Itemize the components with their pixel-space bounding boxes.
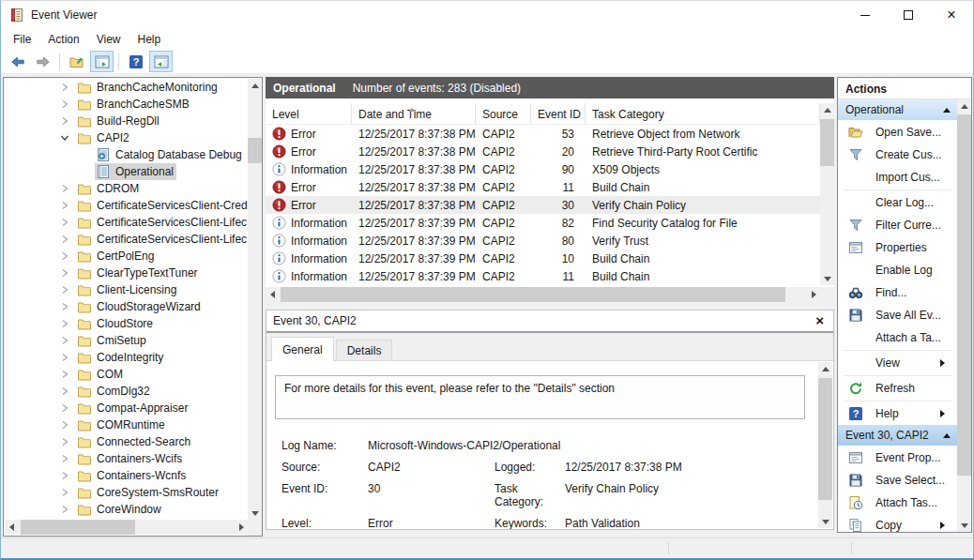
scroll-thumb[interactable] <box>281 287 785 302</box>
chevron-right-icon[interactable] <box>60 217 71 228</box>
actions-vertical-scrollbar[interactable] <box>957 99 971 532</box>
tree-item[interactable]: ComDlg32 <box>4 383 248 400</box>
action-help[interactable]: ?Help <box>838 402 957 425</box>
column-header-date-and-time[interactable]: Date and Time <box>352 103 476 125</box>
tree-item[interactable]: Compat-Appraiser <box>4 400 248 416</box>
tree-item[interactable]: CertPolEng <box>4 248 248 265</box>
chevron-right-icon[interactable] <box>60 504 71 515</box>
action-view[interactable]: View <box>838 352 957 374</box>
scroll-left-button[interactable] <box>5 520 19 534</box>
action-group-header[interactable]: Operational <box>838 99 957 121</box>
chevron-right-icon[interactable] <box>60 487 71 498</box>
preview-close-button[interactable]: × <box>815 315 824 326</box>
action-save-select[interactable]: Save Select... <box>838 469 957 492</box>
chevron-right-icon[interactable] <box>60 115 71 127</box>
event-row[interactable]: Error12/25/2017 8:37:38 PMCAPI211Build C… <box>266 178 820 196</box>
scroll-thumb[interactable] <box>248 138 262 163</box>
chevron-right-icon[interactable] <box>60 470 71 481</box>
event-list-horizontal-scrollbar[interactable] <box>266 287 820 302</box>
chevron-right-icon[interactable] <box>60 82 71 93</box>
maximize-button[interactable] <box>887 1 930 29</box>
event-row[interactable]: Information12/25/2017 8:37:38 PMCAPI290X… <box>266 160 820 178</box>
tree-item[interactable]: Connected-Search <box>4 433 248 450</box>
chevron-right-icon[interactable] <box>60 436 71 447</box>
tree-item[interactable]: CmiSetup <box>4 332 248 349</box>
help-button[interactable]: ? <box>124 51 147 72</box>
chevron-right-icon[interactable] <box>60 419 71 431</box>
chevron-right-icon[interactable] <box>60 250 71 262</box>
column-header-task-category[interactable]: Task Category <box>586 103 820 125</box>
action-create-cus[interactable]: Create Cus... <box>838 144 957 166</box>
chevron-down-icon[interactable] <box>60 132 71 144</box>
scroll-thumb[interactable] <box>21 520 135 535</box>
chevron-right-icon[interactable] <box>60 301 71 312</box>
action-event-prop[interactable]: Event Prop... <box>838 446 957 469</box>
tree-item[interactable]: CAPI2 <box>4 129 248 146</box>
tree-item[interactable]: COM <box>4 366 248 383</box>
action-filter-curre[interactable]: Filter Curre... <box>838 214 957 236</box>
export-folder-button[interactable] <box>65 51 88 72</box>
tab-general[interactable]: General <box>271 337 334 361</box>
scroll-down-button[interactable] <box>957 518 971 532</box>
action-clear-log[interactable]: Clear Log... <box>838 191 957 214</box>
event-row[interactable]: Error12/25/2017 8:37:38 PMCAPI253Retriev… <box>266 125 820 143</box>
event-row[interactable]: Error12/25/2017 8:37:38 PMCAPI220Retriev… <box>266 143 820 160</box>
event-row[interactable]: Information12/25/2017 8:37:39 PMCAPI282F… <box>266 214 820 232</box>
tree-item[interactable]: Build-RegDll <box>4 113 248 129</box>
menu-file[interactable]: File <box>5 30 39 49</box>
close-button[interactable]: × <box>930 1 973 29</box>
menu-help[interactable]: Help <box>129 30 170 49</box>
menu-action[interactable]: Action <box>39 30 87 49</box>
chevron-right-icon[interactable] <box>60 284 71 295</box>
tree-item[interactable]: Client-Licensing <box>4 281 248 298</box>
menu-view[interactable]: View <box>88 30 129 49</box>
action-save-all-ev[interactable]: Save All Ev... <box>838 304 957 326</box>
tree-item[interactable]: Containers-Wcifs <box>4 450 248 467</box>
chevron-right-icon[interactable] <box>60 335 71 346</box>
tree-item[interactable]: ClearTypeTextTuner <box>4 265 248 281</box>
chevron-right-icon[interactable] <box>60 234 71 245</box>
tree-item[interactable]: CloudStore <box>4 315 248 332</box>
scroll-thumb[interactable] <box>818 378 832 500</box>
minimize-button[interactable] <box>844 1 887 29</box>
tab-details[interactable]: Details <box>336 340 393 360</box>
chevron-right-icon[interactable] <box>60 369 71 380</box>
scroll-up-button[interactable] <box>820 103 834 117</box>
tree-item[interactable]: CertificateServicesClient-Cred <box>4 197 248 214</box>
tree-item[interactable]: Operational <box>4 163 248 180</box>
scroll-left-button[interactable] <box>266 287 280 301</box>
event-list-vertical-scrollbar[interactable] <box>820 103 834 285</box>
tree-item[interactable]: CertificateServicesClient-Lifec <box>4 231 248 248</box>
action-find[interactable]: Find... <box>838 281 957 304</box>
action-enable-log[interactable]: Enable Log <box>838 259 957 281</box>
scroll-up-button[interactable] <box>248 79 262 93</box>
action-import-cus[interactable]: Import Cus... <box>838 166 957 189</box>
chevron-right-icon[interactable] <box>60 386 71 397</box>
column-header-source[interactable]: Source <box>476 103 531 125</box>
chevron-right-icon[interactable] <box>60 98 71 110</box>
action-attach-a-ta[interactable]: Attach a Ta... <box>838 326 957 349</box>
tree-item[interactable]: CoreSystem-SmsRouter <box>4 484 248 501</box>
scroll-thumb[interactable] <box>820 119 834 166</box>
tree-item[interactable]: CloudStorageWizard <box>4 298 248 315</box>
tree-item[interactable]: CertificateServicesClient-Lifec <box>4 214 248 231</box>
scroll-up-button[interactable] <box>957 99 971 114</box>
tree-item[interactable]: COMRuntime <box>4 416 248 433</box>
tree-item[interactable]: Containers-Wcnfs <box>4 467 248 484</box>
action-open-save[interactable]: Open Save... <box>838 121 957 144</box>
chevron-right-icon[interactable] <box>60 318 71 329</box>
event-row[interactable]: Information12/25/2017 8:37:39 PMCAPI210B… <box>266 250 820 267</box>
chevron-right-icon[interactable] <box>60 200 71 211</box>
scroll-down-button[interactable] <box>820 271 834 285</box>
chevron-right-icon[interactable] <box>60 183 71 194</box>
back-arrow-button[interactable] <box>6 51 29 72</box>
chevron-right-icon[interactable] <box>60 402 71 414</box>
console-tree-toggle-button[interactable] <box>90 51 114 72</box>
tree-item[interactable]: Catalog Database Debug <box>4 146 248 163</box>
action-group-header[interactable]: Event 30, CAPI2 <box>838 425 957 446</box>
tree-vertical-scrollbar[interactable] <box>248 79 262 520</box>
preview-vertical-scrollbar[interactable] <box>818 362 832 528</box>
event-row[interactable]: Information12/25/2017 8:37:39 PMCAPI211B… <box>266 267 820 285</box>
action-properties[interactable]: Properties <box>838 236 957 259</box>
tree-item[interactable]: BranchCacheMonitoring <box>4 79 248 96</box>
